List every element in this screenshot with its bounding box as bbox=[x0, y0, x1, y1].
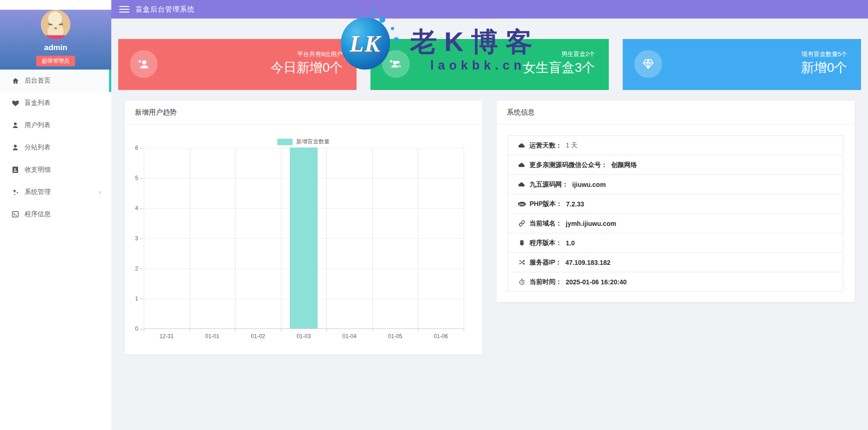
x-axis-tick-label: 12-31 bbox=[160, 333, 174, 340]
card-title: 今日新增0个 bbox=[270, 61, 343, 75]
app-title: 盲盒后台管理系统 bbox=[135, 5, 195, 14]
system-info-list: 运营天数： 1 天 更多亲测源码微信公众号： 创颜网络 九五源码网： ijiuw… bbox=[508, 135, 843, 292]
system-info-panel: 系统信息 运营天数： 1 天 更多亲测源码微信公众号： 创颜网络 九五源码网： … bbox=[497, 101, 855, 302]
cloud-icon bbox=[517, 142, 526, 149]
system-info-row: 当前时间： 2025-01-06 16:20:40 bbox=[508, 272, 843, 292]
stat-cards-row: 平台共有6位用户 今日新增0个 男生盲盒2个 女生盲盒3个 现有盲盒数量5个 新… bbox=[118, 39, 861, 90]
android-icon bbox=[517, 239, 526, 246]
sidebar-item-label: 系统管理 bbox=[25, 188, 51, 196]
stat-card-blindbox-gender: 男生盲盒2个 女生盲盒3个 bbox=[370, 39, 609, 90]
diamond-icon bbox=[634, 50, 662, 78]
card-subtitle: 男生盲盒2个 bbox=[523, 50, 595, 58]
y-axis-tick-label: 3 bbox=[135, 235, 138, 242]
stat-card-users: 平台共有6位用户 今日新增0个 bbox=[118, 39, 357, 90]
sidebar-menu: 后台首页 盲盒列表 用户列表 分站列表 收支明细 bbox=[0, 70, 111, 225]
chart-panel-title: 新增用户趋势 bbox=[125, 101, 482, 125]
cloud-icon bbox=[517, 161, 526, 169]
chart-legend-item[interactable]: 新增盲盒数量 bbox=[125, 138, 482, 146]
stat-card-blindbox-total: 现有盲盒数量5个 新增0个 bbox=[623, 39, 861, 90]
card-title: 女生盲盒3个 bbox=[523, 61, 595, 75]
card-subtitle: 现有盲盒数量5个 bbox=[801, 50, 847, 58]
x-axis-tick-label: 01-06 bbox=[434, 333, 448, 340]
home-icon bbox=[11, 77, 19, 85]
group-add-icon bbox=[382, 50, 410, 78]
terminal-icon bbox=[11, 210, 19, 218]
x-axis-tick-label: 01-03 bbox=[297, 333, 311, 340]
hamburger-menu-icon[interactable] bbox=[119, 6, 129, 13]
username: admin bbox=[0, 43, 111, 52]
shuffle-icon bbox=[517, 259, 526, 266]
sidebar-item-label: 盲盒列表 bbox=[25, 99, 51, 107]
system-info-row: 程序版本： 1.0 bbox=[508, 233, 843, 253]
sidebar-item-system-manage[interactable]: 系统管理 › bbox=[0, 181, 111, 203]
sidebar-item-blindbox-list[interactable]: 盲盒列表 bbox=[0, 92, 111, 114]
role-badge: 超级管理员 bbox=[36, 56, 75, 66]
card-title: 新增0个 bbox=[801, 61, 847, 75]
sidebar-item-label: 收支明细 bbox=[25, 166, 51, 174]
dashboard-screen: 盲盒后台管理系统 admin 超级管理员 后台首页 盲盒列表 bbox=[0, 0, 868, 430]
stopwatch-icon bbox=[517, 278, 526, 285]
heart-icon bbox=[11, 99, 19, 107]
x-axis-tick-label: 01-01 bbox=[205, 333, 219, 340]
system-info-row: 服务器IP： 47.109.183.182 bbox=[508, 253, 843, 272]
sidebar-item-home[interactable]: 后台首页 bbox=[0, 70, 111, 92]
chart-panel: 新增用户趋势 新增盲盒数量 012345612-3101-0101-0201-0… bbox=[125, 101, 482, 354]
system-info-row: 当前域名： jymh.ijiuwu.com bbox=[508, 214, 843, 233]
y-axis-tick-label: 2 bbox=[135, 265, 138, 272]
y-axis-tick-label: 6 bbox=[135, 145, 138, 151]
legend-swatch bbox=[277, 139, 293, 145]
link-icon bbox=[517, 220, 526, 227]
avatar[interactable] bbox=[41, 10, 70, 39]
y-axis-tick-label: 0 bbox=[135, 326, 138, 332]
sidebar-profile: admin 超级管理员 bbox=[0, 10, 111, 79]
bar-01-03 bbox=[290, 148, 318, 328]
x-axis-tick-label: 01-04 bbox=[342, 333, 357, 340]
system-info-row: 更多亲测源码微信公众号： 创颜网络 bbox=[508, 155, 843, 175]
system-panel-title: 系统信息 bbox=[497, 101, 855, 125]
card-subtitle: 平台共有6位用户 bbox=[270, 50, 343, 58]
y-axis-tick-label: 5 bbox=[135, 175, 138, 181]
legend-label: 新增盲盒数量 bbox=[296, 138, 330, 146]
system-info-row: 运营天数： 1 天 bbox=[508, 136, 843, 155]
sidebar-item-substation-list[interactable]: 分站列表 bbox=[0, 136, 111, 159]
x-axis-tick-label: 01-05 bbox=[388, 333, 402, 340]
y-axis-tick-label: 4 bbox=[135, 205, 138, 212]
sidebar-item-label: 用户列表 bbox=[25, 121, 51, 129]
user-icon bbox=[11, 143, 19, 152]
sidebar-item-user-list[interactable]: 用户列表 bbox=[0, 114, 111, 136]
magic-icon bbox=[11, 188, 19, 196]
sidebar-item-program-info[interactable]: 程序信息 bbox=[0, 203, 111, 225]
system-info-row: 九五源码网： ijiuwu.com bbox=[508, 175, 843, 194]
user-icon bbox=[11, 121, 19, 129]
cloud-icon bbox=[517, 181, 526, 188]
user-add-icon bbox=[130, 50, 158, 78]
x-axis-tick-label: 01-02 bbox=[251, 333, 265, 340]
sidebar: admin 超级管理员 后台首页 盲盒列表 用户列表 bbox=[0, 0, 111, 430]
sidebar-item-label: 后台首页 bbox=[25, 77, 51, 85]
y-axis-tick-label: 1 bbox=[135, 295, 138, 302]
ledger-icon bbox=[11, 166, 19, 174]
sidebar-item-label: 分站列表 bbox=[25, 143, 51, 152]
php-icon: php bbox=[517, 202, 526, 206]
sidebar-item-label: 程序信息 bbox=[25, 210, 51, 218]
top-header-bar: 盲盒后台管理系统 bbox=[111, 0, 868, 19]
chevron-right-icon: › bbox=[99, 188, 101, 196]
system-info-row: php PHP版本： 7.2.33 bbox=[508, 194, 843, 214]
sidebar-item-finance-detail[interactable]: 收支明细 bbox=[0, 159, 111, 181]
chart-plot: 012345612-3101-0101-0201-0301-0401-0501-… bbox=[144, 148, 464, 329]
